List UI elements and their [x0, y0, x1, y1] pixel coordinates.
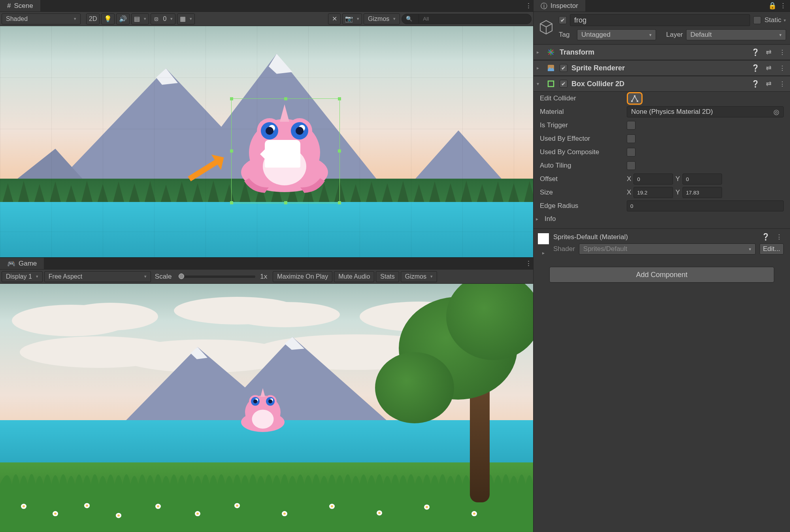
size-label: Size [540, 189, 623, 196]
layer-dropdown[interactable]: Default [686, 29, 786, 40]
box-collider-enabled-checkbox[interactable] [560, 80, 568, 88]
component-menu-icon[interactable]: ⋮ [777, 48, 787, 57]
shader-edit-label: Edit... [763, 245, 780, 253]
mute-audio-button[interactable]: Mute Audio [334, 271, 374, 282]
scene-background [0, 26, 533, 257]
maximize-on-play-button[interactable]: Maximize On Play [273, 271, 332, 282]
fold-icon: ▸ [537, 49, 542, 55]
game-viewport[interactable] [0, 284, 533, 532]
edit-collider-button[interactable] [627, 92, 643, 105]
shading-mode-dropdown[interactable]: Shaded [2, 13, 81, 25]
material-field[interactable]: None (Physics Material 2D) [627, 106, 784, 117]
scene-fx-icon[interactable]: ▤ [131, 13, 149, 25]
offset-x-axis-label: X [627, 175, 631, 183]
component-menu-icon[interactable]: ⋮ [777, 64, 787, 72]
static-dropdown[interactable]: Static ▾ [764, 16, 786, 24]
scene-tab-bar: # Scene ⋮ [0, 0, 533, 12]
used-by-composite-checkbox[interactable] [627, 148, 635, 157]
scene-grid-toggle-icon[interactable]: ▦ [177, 13, 195, 25]
add-component-button[interactable]: Add Component [549, 267, 774, 283]
scene-tab-menu-icon[interactable]: ⋮ [524, 0, 533, 11]
used-by-effector-label: Used By Effector [540, 135, 623, 143]
component-box-collider-2d-header[interactable]: ▾ Box Collider 2D ❔ ⇄ ⋮ [534, 76, 790, 92]
inspector-header: Static ▾ Tag Untagged Layer Default [534, 12, 790, 44]
aspect-label: Free Aspect [49, 273, 82, 280]
scene-viewport[interactable] [0, 26, 533, 257]
offset-y-input[interactable] [683, 174, 722, 185]
used-by-effector-checkbox[interactable] [627, 134, 635, 143]
edit-collider-label: Edit Collider [540, 94, 623, 102]
info-foldout[interactable]: ▸ Info [534, 213, 790, 225]
gameobject-name-input[interactable] [570, 14, 750, 26]
gameobject-active-checkbox[interactable] [559, 16, 567, 24]
inspector-tab-bar: ⓘ Inspector 🔒 ⋮ [534, 0, 790, 12]
tab-scene[interactable]: # Scene [0, 0, 40, 11]
gizmos-dropdown[interactable]: Gizmos [364, 13, 400, 25]
preset-icon[interactable]: ⇄ [764, 64, 773, 72]
offset-y-axis-label: Y [675, 175, 680, 183]
tag-dropdown[interactable]: Untagged [577, 29, 656, 40]
static-checkbox[interactable] [753, 16, 761, 24]
svg-point-33 [54, 513, 57, 515]
preset-icon[interactable]: ⇄ [764, 48, 773, 57]
svg-rect-56 [548, 81, 554, 87]
help-icon[interactable]: ❔ [750, 64, 760, 72]
component-sprite-renderer-header[interactable]: ▸ Sprite Renderer ❔ ⇄ ⋮ [534, 60, 790, 76]
scene-lighting-icon[interactable]: 💡 [101, 13, 115, 25]
help-icon[interactable]: ❔ [750, 48, 760, 57]
game-controller-icon: 🎮 [7, 260, 15, 268]
fold-icon[interactable]: ▸ [542, 250, 545, 256]
scene-toolbar: Shaded 2D 💡 🔊 ▤ ⦻0 ▦ ✕ 📷 Gizmos [0, 12, 533, 26]
mode-2d-toggle[interactable]: 2D [86, 13, 100, 25]
game-gizmos-dropdown[interactable]: Gizmos [401, 271, 437, 282]
component-menu-icon[interactable]: ⋮ [774, 233, 784, 241]
help-icon[interactable]: ❔ [750, 80, 760, 88]
component-menu-icon[interactable]: ⋮ [777, 80, 787, 88]
auto-tiling-label: Auto Tiling [540, 162, 623, 170]
svg-point-34 [86, 505, 88, 507]
svg-point-42 [426, 506, 428, 508]
scene-search-input[interactable] [419, 14, 532, 24]
scene-search-icon[interactable] [402, 14, 419, 24]
size-x-input[interactable] [634, 187, 673, 198]
game-background [0, 284, 533, 532]
lock-icon[interactable]: 🔒 [768, 2, 777, 10]
tab-inspector[interactable]: ⓘ Inspector [534, 0, 585, 11]
selection-box[interactable] [231, 98, 340, 203]
preset-icon[interactable]: ⇄ [764, 80, 773, 88]
svg-point-12 [63, 303, 158, 330]
gameobject-icon[interactable] [537, 19, 555, 36]
gizmos-label: Gizmos [368, 15, 389, 23]
scene-camera-icon[interactable]: 📷 [342, 13, 362, 25]
svg-point-40 [331, 505, 333, 507]
edit-collider-icon [630, 94, 639, 102]
stats-button[interactable]: Stats [376, 271, 399, 282]
svg-point-35 [117, 515, 120, 517]
display-dropdown[interactable]: Display 1 [2, 271, 43, 282]
shader-dropdown[interactable]: Sprites/Default [579, 243, 756, 255]
size-y-input[interactable] [683, 187, 722, 198]
maximize-label: Maximize On Play [277, 273, 328, 280]
scene-visibility-icon[interactable]: ⦻0 [151, 13, 175, 25]
auto-tiling-checkbox[interactable] [627, 161, 635, 170]
aspect-dropdown[interactable]: Free Aspect [44, 271, 151, 282]
scene-tools-icon[interactable]: ✕ [328, 13, 341, 25]
is-trigger-checkbox[interactable] [627, 121, 635, 130]
tab-game[interactable]: 🎮 Game [0, 258, 44, 269]
offset-x-input[interactable] [634, 174, 673, 185]
sprite-renderer-icon [546, 63, 556, 73]
shader-edit-button[interactable]: Edit... [760, 243, 784, 255]
tag-value: Untagged [581, 31, 611, 39]
material-value: None (Physics Material 2D) [631, 108, 713, 116]
sprite-renderer-enabled-checkbox[interactable] [560, 64, 568, 72]
edge-radius-input[interactable] [627, 200, 784, 211]
svg-point-46 [252, 410, 274, 429]
help-icon[interactable]: ❔ [761, 233, 770, 241]
scale-slider[interactable] [179, 275, 255, 278]
inspector-tab-menu-icon[interactable]: ⋮ [778, 2, 788, 10]
scene-audio-icon[interactable]: 🔊 [116, 13, 130, 25]
material-label: Material [540, 108, 623, 116]
component-transform-header[interactable]: ▸ Transform ❔ ⇄ ⋮ [534, 44, 790, 60]
material-preview-swatch[interactable] [537, 233, 549, 245]
game-tab-menu-icon[interactable]: ⋮ [524, 258, 533, 269]
